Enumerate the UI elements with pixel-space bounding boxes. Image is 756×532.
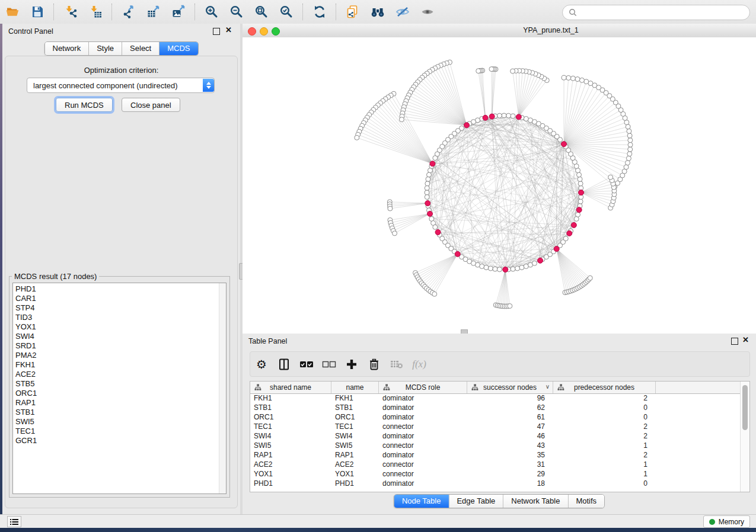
table-row[interactable]: FKH1FKH1dominator962: [250, 393, 741, 403]
network-node[interactable]: [524, 116, 528, 121]
mcds-node[interactable]: [464, 123, 469, 128]
network-edge[interactable]: [557, 249, 586, 282]
network-node[interactable]: [388, 206, 393, 211]
mcds-node[interactable]: [503, 267, 508, 272]
mcds-result-item[interactable]: STB5: [13, 379, 219, 389]
tab-style[interactable]: Style: [89, 42, 122, 55]
network-edge[interactable]: [564, 114, 623, 144]
mcds-node[interactable]: [489, 114, 495, 119]
import-table-button[interactable]: [85, 2, 106, 21]
mcds-node[interactable]: [576, 207, 582, 213]
network-node[interactable]: [484, 265, 489, 270]
network-node[interactable]: [584, 79, 589, 84]
mcds-result-item[interactable]: TEC1: [13, 427, 219, 436]
table-scrollbar-thumb[interactable]: [742, 385, 748, 430]
network-node[interactable]: [493, 267, 497, 271]
zoom-out-button[interactable]: [227, 2, 247, 21]
export-network-button[interactable]: [119, 2, 139, 21]
network-node[interactable]: [480, 264, 484, 269]
table-row[interactable]: RAP1RAP1dominator352: [250, 450, 741, 460]
tab-mcds[interactable]: MCDS: [160, 42, 197, 55]
network-node[interactable]: [628, 142, 633, 147]
network-node[interactable]: [508, 304, 512, 309]
table-row[interactable]: PHD1PHD1dominator180: [250, 479, 741, 488]
network-canvas[interactable]: [243, 37, 756, 334]
mcds-node[interactable]: [435, 229, 441, 235]
network-node[interactable]: [563, 236, 568, 241]
zoom-selected-button[interactable]: [276, 2, 296, 21]
network-node[interactable]: [511, 267, 515, 271]
find-button[interactable]: [368, 2, 388, 21]
network-node[interactable]: [628, 147, 633, 152]
network-edge[interactable]: [519, 76, 541, 117]
show-details-button[interactable]: [417, 2, 438, 21]
table-row[interactable]: SWI5SWI5connector431: [250, 441, 741, 450]
mcds-node[interactable]: [428, 211, 433, 216]
network-node[interactable]: [428, 168, 432, 173]
table-row[interactable]: SWI4SWI4dominator462: [250, 431, 741, 441]
mcds-result-item[interactable]: ACE2: [13, 370, 219, 379]
network-node[interactable]: [576, 172, 581, 177]
network-node[interactable]: [562, 75, 566, 80]
network-node[interactable]: [488, 266, 493, 271]
mcds-result-item[interactable]: STP4: [13, 303, 219, 313]
mcds-result-item[interactable]: SRD1: [13, 341, 219, 351]
network-node[interactable]: [511, 114, 515, 118]
column-header-MCDS-role[interactable]: MCDS role: [379, 382, 467, 393]
network-node[interactable]: [393, 231, 397, 236]
network-node[interactable]: [426, 177, 430, 181]
mcds-result-item[interactable]: RAP1: [13, 398, 219, 408]
network-edge[interactable]: [358, 134, 433, 164]
network-node[interactable]: [570, 76, 575, 81]
network-edge[interactable]: [564, 102, 615, 144]
close-window-traffic-light[interactable]: [248, 27, 256, 36]
mcds-node[interactable]: [579, 190, 584, 196]
network-node[interactable]: [433, 156, 438, 161]
network-edge[interactable]: [425, 254, 458, 287]
network-edge[interactable]: [393, 214, 430, 231]
network-edge[interactable]: [428, 128, 462, 185]
network-node[interactable]: [432, 291, 437, 296]
minimize-window-traffic-light[interactable]: [260, 27, 268, 36]
network-edge[interactable]: [417, 254, 458, 277]
show-panels-button[interactable]: [7, 516, 21, 527]
network-edge[interactable]: [557, 249, 580, 287]
network-node[interactable]: [578, 181, 583, 186]
network-edge[interactable]: [581, 193, 612, 204]
import-network-button[interactable]: [60, 2, 81, 21]
hide-details-button[interactable]: [393, 2, 413, 21]
column-menu-chevron-icon[interactable]: ∨: [546, 383, 550, 390]
network-node[interactable]: [425, 181, 430, 186]
network-node[interactable]: [566, 75, 571, 80]
network-edge[interactable]: [564, 78, 573, 144]
network-edge[interactable]: [388, 97, 433, 164]
zoom-in-button[interactable]: [202, 2, 222, 21]
network-edge[interactable]: [557, 249, 573, 290]
network-node[interactable]: [588, 275, 592, 280]
network-edge[interactable]: [363, 123, 432, 164]
network-edge[interactable]: [557, 249, 589, 280]
network-node[interactable]: [627, 129, 631, 133]
function-builder-button[interactable]: f(x): [408, 355, 430, 373]
network-edge[interactable]: [428, 179, 580, 206]
network-edge[interactable]: [391, 214, 430, 226]
mcds-result-item[interactable]: YOX1: [13, 322, 219, 332]
table-row[interactable]: TEC1TEC1connector472: [250, 422, 741, 431]
mcds-result-item[interactable]: TID3: [13, 313, 219, 322]
network-edge[interactable]: [359, 132, 433, 164]
network-node[interactable]: [433, 225, 438, 229]
zoom-fit-button[interactable]: [251, 2, 272, 21]
table-settings-button[interactable]: ⚙: [250, 355, 273, 373]
column-header-successor-nodes[interactable]: successor nodes∨: [467, 382, 553, 393]
deselect-all-columns-button[interactable]: [318, 355, 340, 373]
network-node[interactable]: [506, 113, 511, 118]
tab-select[interactable]: Select: [122, 42, 160, 55]
network-node[interactable]: [502, 113, 506, 118]
network-edge[interactable]: [513, 71, 519, 117]
mcds-node[interactable]: [562, 142, 567, 147]
network-node[interactable]: [576, 212, 580, 217]
delete-column-button[interactable]: [363, 355, 385, 373]
mcds-node[interactable]: [538, 258, 543, 263]
network-node[interactable]: [399, 117, 404, 122]
mcds-node[interactable]: [567, 230, 572, 236]
